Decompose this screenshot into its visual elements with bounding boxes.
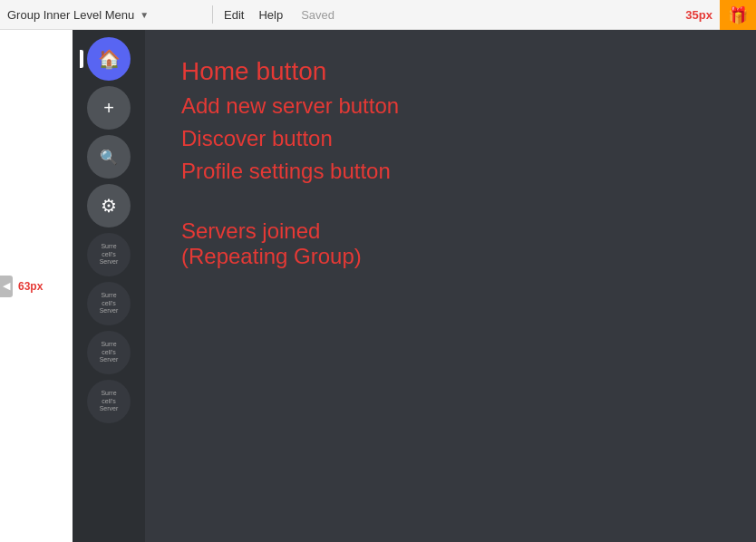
left-strip: ◀ 63px bbox=[0, 30, 73, 542]
server-entry-label-2: Surrecell'sServer bbox=[98, 290, 121, 316]
main-area: ◀ 63px 🏠 + 🔍 ⚙ Surrecell'sServer Surrece… bbox=[0, 30, 756, 542]
top-bar-right: 35px 🎁 bbox=[685, 0, 756, 30]
top-menu: Edit Help Saved bbox=[217, 8, 342, 22]
collapse-arrow-icon: ◀ bbox=[3, 280, 10, 292]
dropdown-arrow-icon[interactable]: ▼ bbox=[140, 10, 149, 20]
home-button[interactable]: 🏠 bbox=[87, 37, 131, 81]
add-server-button-label: Add new server button bbox=[181, 93, 720, 119]
home-icon: 🏠 bbox=[98, 48, 121, 70]
server-entry-2[interactable]: Surrecell'sServer bbox=[87, 282, 131, 325]
server-entry-label-4: Surrecell'sServer bbox=[98, 388, 121, 414]
edit-menu-item[interactable]: Edit bbox=[224, 8, 244, 22]
sidebar: 🏠 + 🔍 ⚙ Surrecell'sServer Surrecell'sSer… bbox=[73, 30, 145, 542]
page-title: Group Inner Level Menu bbox=[7, 8, 134, 22]
home-button-label: Home button bbox=[181, 57, 720, 86]
collapse-button[interactable]: ◀ bbox=[0, 276, 13, 297]
gift-icon: 🎁 bbox=[728, 5, 748, 25]
profile-settings-button-label: Profile settings button bbox=[181, 159, 720, 184]
add-icon: + bbox=[103, 98, 114, 119]
server-entry-1[interactable]: Surrecell'sServer bbox=[87, 233, 131, 276]
discover-button-label: Discover button bbox=[181, 126, 720, 151]
top-bar: Group Inner Level Menu ▼ Edit Help Saved… bbox=[0, 0, 756, 30]
search-icon: 🔍 bbox=[100, 149, 118, 166]
separator bbox=[212, 5, 213, 24]
server-entry-3[interactable]: Surrecell'sServer bbox=[87, 331, 131, 374]
saved-status: Saved bbox=[301, 8, 334, 22]
help-menu-item[interactable]: Help bbox=[258, 8, 283, 22]
content-area: Home button Add new server button Discov… bbox=[145, 30, 756, 542]
gear-icon: ⚙ bbox=[101, 195, 117, 217]
px-side-label: 63px bbox=[18, 280, 43, 293]
server-entry-label-1: Surrecell'sServer bbox=[98, 241, 121, 267]
title-area: Group Inner Level Menu ▼ bbox=[0, 8, 208, 22]
server-entry-label-3: Surrecell'sServer bbox=[98, 339, 121, 365]
server-entry-4[interactable]: Surrecell'sServer bbox=[87, 380, 131, 423]
px-label: 35px bbox=[685, 8, 712, 22]
add-server-button[interactable]: + bbox=[87, 86, 131, 130]
servers-joined-label: Servers joined(Repeating Group) bbox=[181, 218, 720, 269]
settings-button[interactable]: ⚙ bbox=[87, 184, 131, 227]
gift-button[interactable]: 🎁 bbox=[720, 0, 756, 30]
discover-button[interactable]: 🔍 bbox=[87, 135, 131, 179]
